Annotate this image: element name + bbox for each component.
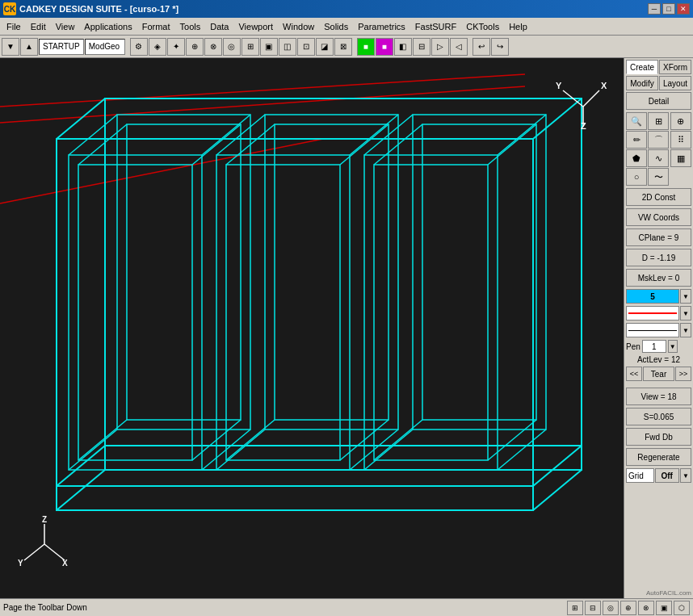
status-icon-3[interactable]: ◎ bbox=[603, 601, 619, 615]
menu-parametrics[interactable]: Parametrics bbox=[353, 20, 410, 33]
axis-widget: X Y Z bbox=[551, 66, 615, 131]
toolbar-btn-6[interactable]: ◎ bbox=[223, 38, 241, 56]
viewport[interactable]: X Y Z Z Y X bbox=[0, 58, 624, 598]
d-value-button[interactable]: D = -1.19 bbox=[626, 249, 691, 266]
view-button[interactable]: View = 18 bbox=[626, 388, 691, 405]
icon-arc[interactable]: ⌒ bbox=[648, 131, 669, 149]
panel-tabs-row1: Create XForm bbox=[626, 60, 691, 74]
menu-viewport[interactable]: Viewport bbox=[233, 20, 278, 33]
toolbar-btn-12[interactable]: ⊠ bbox=[334, 38, 352, 56]
tab-layout[interactable]: Layout bbox=[659, 76, 691, 90]
toolbar-green[interactable]: ■ bbox=[357, 38, 375, 56]
toolbar-btn-10[interactable]: ⊡ bbox=[297, 38, 315, 56]
status-icon-1[interactable]: ⊞ bbox=[567, 601, 583, 615]
pen-arrow[interactable]: ▼ bbox=[668, 340, 678, 353]
menu-file[interactable]: File bbox=[2, 20, 26, 33]
line-style-2[interactable] bbox=[626, 323, 679, 337]
grid-value[interactable]: Off bbox=[655, 468, 680, 483]
line-style-arrow1[interactable]: ▼ bbox=[680, 306, 691, 321]
tear-right-button[interactable]: >> bbox=[675, 367, 691, 381]
tab-xform[interactable]: XForm bbox=[659, 60, 691, 74]
toolbar-btn-14[interactable]: ⊟ bbox=[413, 38, 430, 56]
toolbar-btn-5[interactable]: ⊗ bbox=[204, 38, 222, 56]
s-value-button[interactable]: S=0.065 bbox=[626, 408, 691, 425]
status-icon-5[interactable]: ⊗ bbox=[638, 601, 654, 615]
window-controls: ─ □ ✕ bbox=[648, 3, 690, 15]
menu-help[interactable]: Help bbox=[504, 20, 532, 33]
icon-circle[interactable]: ○ bbox=[626, 168, 647, 186]
tear-button[interactable]: Tear bbox=[643, 367, 674, 381]
toolbar-btn-15[interactable]: ▷ bbox=[431, 38, 449, 56]
bottom-axis: Z Y X bbox=[16, 516, 73, 574]
icon-pen[interactable]: ✏ bbox=[626, 131, 647, 149]
toolbar-redo[interactable]: ↪ bbox=[491, 38, 509, 56]
toolbar-btn-9[interactable]: ◫ bbox=[279, 38, 296, 56]
icon-search[interactable]: 🔍 bbox=[626, 112, 647, 130]
toolbar-arrow-down[interactable]: ▼ bbox=[2, 38, 19, 56]
menu-cktools[interactable]: CKTools bbox=[461, 20, 504, 33]
toolbar-btn-3[interactable]: ✦ bbox=[167, 38, 185, 56]
status-icon-2[interactable]: ⊟ bbox=[585, 601, 601, 615]
menu-window[interactable]: Window bbox=[278, 20, 319, 33]
menu-data[interactable]: Data bbox=[205, 20, 233, 33]
tab-modify[interactable]: Modify bbox=[626, 76, 658, 90]
grid-label: Grid bbox=[626, 468, 654, 483]
status-text: Page the Toolbar Down bbox=[3, 603, 567, 612]
icon-node[interactable]: ⬟ bbox=[626, 149, 647, 167]
svg-line-0 bbox=[583, 90, 599, 107]
minimize-button[interactable]: ─ bbox=[648, 3, 661, 15]
menu-tools[interactable]: Tools bbox=[175, 20, 206, 33]
tear-left-button[interactable]: << bbox=[626, 367, 642, 381]
tab-create[interactable]: Create bbox=[626, 60, 658, 74]
line-style-1[interactable] bbox=[626, 306, 679, 321]
fwd-db-button[interactable]: Fwd Db bbox=[626, 428, 691, 446]
menu-applications[interactable]: Applications bbox=[79, 20, 136, 33]
status-icon-4[interactable]: ⊕ bbox=[620, 601, 636, 615]
toolbar-btn-8[interactable]: ▣ bbox=[260, 38, 278, 56]
svg-text:Z: Z bbox=[42, 516, 47, 524]
icon-grid-dots[interactable]: ⠿ bbox=[670, 131, 691, 149]
icon-zoom-fit[interactable]: ⊞ bbox=[648, 112, 669, 130]
toolbar-btn-11[interactable]: ◪ bbox=[316, 38, 334, 56]
close-button[interactable]: ✕ bbox=[677, 3, 690, 15]
menu-fastsurf[interactable]: FastSURF bbox=[410, 20, 461, 33]
modgeo-label: ModGeo bbox=[85, 39, 125, 55]
menu-edit[interactable]: Edit bbox=[26, 20, 51, 33]
line-inner-black bbox=[628, 330, 677, 331]
vw-coords-button[interactable]: VW Coords bbox=[626, 208, 691, 226]
color-row: 5 ▼ bbox=[626, 289, 691, 304]
tab-detail[interactable]: Detail bbox=[626, 92, 691, 110]
line-inner-red bbox=[628, 312, 677, 314]
main-layout: X Y Z Z Y X Create XForm Modify Layout bbox=[0, 58, 693, 598]
status-icon-6[interactable]: ▣ bbox=[656, 601, 672, 615]
svg-line-7 bbox=[24, 544, 44, 560]
const-2d-button[interactable]: 2D Const bbox=[626, 188, 691, 206]
toolbar-arrow-up[interactable]: ▲ bbox=[20, 38, 38, 56]
icon-wave[interactable]: 〜 bbox=[648, 168, 669, 186]
toolbar-undo[interactable]: ↩ bbox=[472, 38, 490, 56]
line-style-arrow2[interactable]: ▼ bbox=[680, 323, 691, 337]
toolbar-btn-2[interactable]: ◈ bbox=[149, 38, 166, 56]
status-icon-7[interactable]: ⬡ bbox=[674, 601, 690, 615]
toolbar-btn-16[interactable]: ◁ bbox=[450, 38, 468, 56]
icon-table[interactable]: ▦ bbox=[670, 149, 691, 167]
toolbar-btn-4[interactable]: ⊕ bbox=[186, 38, 204, 56]
color-arrow[interactable]: ▼ bbox=[680, 289, 691, 304]
icon-curve[interactable]: ∿ bbox=[648, 149, 669, 167]
toolbar-btn-13[interactable]: ◧ bbox=[394, 38, 412, 56]
color-display[interactable]: 5 bbox=[626, 289, 679, 304]
menu-solids[interactable]: Solids bbox=[319, 20, 353, 33]
menu-view[interactable]: View bbox=[51, 20, 80, 33]
maximize-button[interactable]: □ bbox=[662, 3, 675, 15]
toolbar-btn-7[interactable]: ⊞ bbox=[242, 38, 259, 56]
toolbar-btn-1[interactable]: ⚙ bbox=[130, 38, 148, 56]
menu-format[interactable]: Format bbox=[137, 20, 175, 33]
grid-arrow[interactable]: ▼ bbox=[680, 468, 691, 483]
regenerate-button[interactable]: Regenerate bbox=[626, 448, 691, 466]
cplane-button[interactable]: CPlane = 9 bbox=[626, 228, 691, 246]
title-bar: CK CADKEY DESIGN SUITE - [curso-17 *] ─ … bbox=[0, 0, 693, 18]
pen-value[interactable]: 1 bbox=[642, 340, 666, 353]
msklev-button[interactable]: MskLev = 0 bbox=[626, 269, 691, 287]
icon-zoom-in[interactable]: ⊕ bbox=[670, 112, 691, 130]
toolbar-magenta[interactable]: ■ bbox=[376, 38, 393, 56]
